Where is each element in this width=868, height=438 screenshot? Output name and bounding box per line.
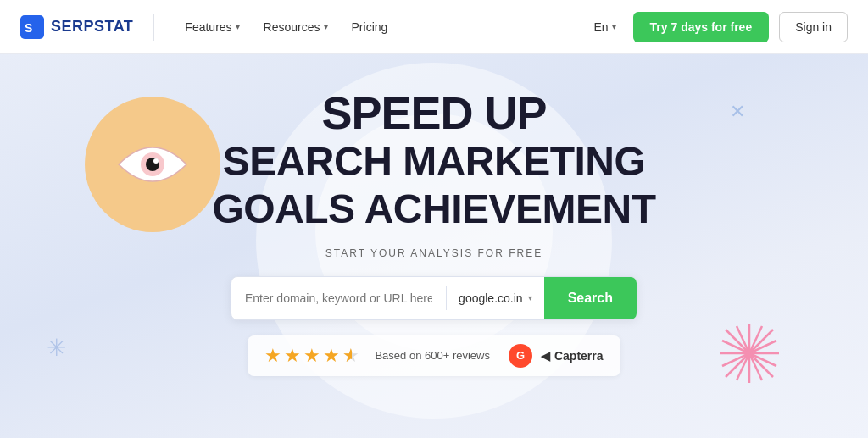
nav-pricing-label: Pricing bbox=[352, 20, 388, 34]
star-4: ★ bbox=[323, 345, 340, 367]
hero-title-speed: SPEED UP bbox=[212, 88, 655, 138]
language-chevron: ▾ bbox=[612, 22, 616, 31]
search-engine-dropdown[interactable]: google.co.in ▾ bbox=[447, 291, 544, 305]
nav-divider bbox=[153, 14, 154, 41]
eye-circle bbox=[85, 97, 220, 232]
search-button[interactable]: Search bbox=[544, 276, 637, 320]
review-logos: G ◀ Capterra bbox=[509, 344, 604, 368]
search-section: google.co.in ▾ Search ★ ★ ★ ★ ★ ★ Based … bbox=[231, 276, 637, 376]
capterra-arrow-icon: ◀ bbox=[541, 349, 550, 363]
nav-resources-chevron: ▾ bbox=[324, 22, 328, 31]
deco-starburst-icon bbox=[715, 319, 783, 387]
nav-features[interactable]: Features ▾ bbox=[175, 14, 249, 41]
star-1: ★ bbox=[264, 345, 281, 367]
search-input[interactable] bbox=[231, 291, 446, 305]
hero-title-line1: SEARCH MARKETING bbox=[212, 138, 655, 185]
eye-svg bbox=[114, 139, 191, 190]
navbar: S SERPSTAT Features ▾ Resources ▾ Pricin… bbox=[0, 0, 868, 54]
signin-button[interactable]: Sign in bbox=[779, 12, 848, 42]
star-3: ★ bbox=[303, 345, 320, 367]
logo[interactable]: S SERPSTAT bbox=[20, 15, 133, 39]
nav-features-label: Features bbox=[185, 20, 231, 34]
language-label: En bbox=[593, 20, 608, 34]
try-free-button[interactable]: Try 7 days for free bbox=[633, 12, 770, 42]
g2-logo: G bbox=[509, 344, 532, 368]
nav-menu: Features ▾ Resources ▾ Pricing bbox=[175, 14, 587, 41]
navbar-right: En ▾ Try 7 days for free Sign in bbox=[587, 12, 848, 42]
svg-point-12 bbox=[153, 158, 159, 164]
search-bar: google.co.in ▾ Search bbox=[231, 276, 637, 320]
nav-resources-label: Resources bbox=[264, 20, 320, 34]
star-5: ★ ★ bbox=[342, 345, 359, 367]
deco-snowflake-icon: ✳ bbox=[47, 334, 66, 362]
hero-text: SPEED UP SEARCH MARKETING GOALS ACHIEVEM… bbox=[212, 88, 655, 259]
logo-text: SERPSTAT bbox=[51, 18, 133, 36]
nav-features-chevron: ▾ bbox=[236, 22, 240, 31]
capterra-label: Capterra bbox=[554, 349, 604, 363]
review-bar: ★ ★ ★ ★ ★ ★ Based on 600+ reviews G ◀ Ca… bbox=[248, 335, 620, 376]
review-text: Based on 600+ reviews bbox=[375, 349, 490, 362]
star-rating: ★ ★ ★ ★ ★ ★ bbox=[264, 345, 359, 367]
nav-resources[interactable]: Resources ▾ bbox=[253, 14, 338, 41]
logo-icon: S bbox=[20, 15, 44, 39]
eye-illustration bbox=[85, 97, 220, 232]
hero-section: ✕ ✳ bbox=[0, 54, 868, 438]
hero-subtitle: START YOUR ANALYSIS FOR FREE bbox=[212, 247, 655, 259]
deco-cross-icon: ✕ bbox=[730, 101, 745, 123]
dropdown-chevron-icon: ▾ bbox=[528, 293, 532, 302]
capterra-logo: ◀ Capterra bbox=[541, 349, 604, 363]
search-engine-value: google.co.in bbox=[459, 291, 523, 305]
star-2: ★ bbox=[284, 345, 301, 367]
language-selector[interactable]: En ▾ bbox=[587, 15, 622, 39]
svg-text:S: S bbox=[25, 21, 32, 35]
hero-title-line2: GOALS ACHIEVEMENT bbox=[212, 186, 655, 232]
nav-pricing[interactable]: Pricing bbox=[342, 14, 398, 41]
